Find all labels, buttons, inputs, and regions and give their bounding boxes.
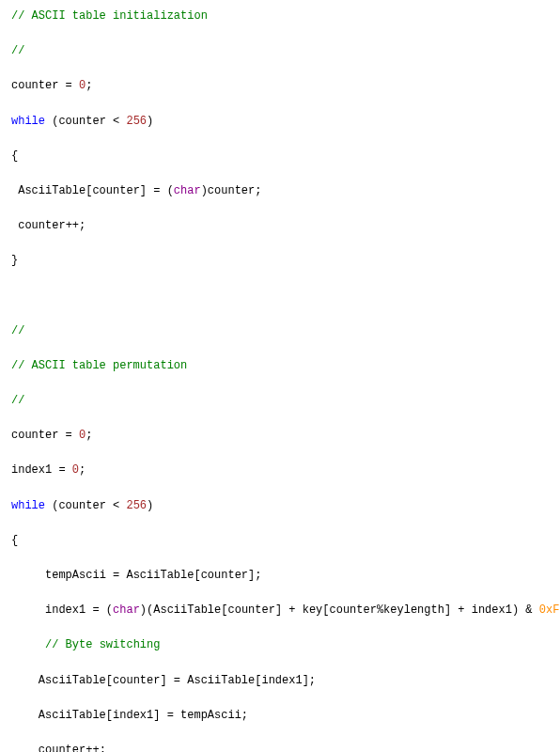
token-ident: counter bbox=[11, 79, 58, 92]
code-line: tempAscii = AsciiTable[counter]; bbox=[8, 567, 552, 585]
token-punct: [counter] = ( bbox=[86, 184, 174, 197]
token-number: 256 bbox=[126, 115, 147, 128]
token-keyword: while bbox=[11, 115, 45, 128]
token-punct: (counter < bbox=[45, 499, 126, 512]
code-line: // bbox=[8, 42, 552, 60]
token-ident: AsciiTable bbox=[18, 184, 86, 197]
token-number: 256 bbox=[126, 499, 147, 512]
code-line: counter++; bbox=[8, 742, 552, 752]
token-ident: tempAscii bbox=[45, 569, 106, 582]
token-number: 0 bbox=[72, 463, 79, 477]
token-punct: ) bbox=[147, 115, 153, 128]
token-punct: = bbox=[52, 463, 72, 477]
token-comment: // bbox=[11, 44, 24, 57]
code-line: // ASCII table initialization bbox=[8, 8, 552, 25]
token-ident: AsciiTable bbox=[39, 674, 106, 687]
token-type: char bbox=[174, 184, 201, 197]
code-line: AsciiTable[counter] = (char)counter; bbox=[8, 182, 552, 200]
token-punct: ) bbox=[147, 499, 153, 512]
token-comment: // ASCII table permutation bbox=[11, 359, 187, 372]
token-punct: } bbox=[11, 254, 18, 267]
code-line: while (counter < 256) bbox=[8, 113, 552, 131]
token-keyword: while bbox=[11, 499, 45, 512]
token-hex: 0xFF bbox=[539, 603, 560, 617]
token-comment: // bbox=[11, 394, 24, 407]
token-ident: index1 bbox=[11, 463, 52, 477]
token-punct: = bbox=[58, 429, 79, 442]
code-line: { bbox=[8, 148, 552, 165]
token-punct: ; bbox=[86, 429, 92, 442]
token-comment: // bbox=[11, 324, 24, 337]
token-ident: counter bbox=[39, 744, 86, 752]
token-ident: counter bbox=[11, 429, 58, 442]
token-punct: ++; bbox=[66, 219, 86, 232]
token-punct: )(AsciiTable[counter] + key[counter%keyl… bbox=[140, 603, 539, 617]
code-line: { bbox=[8, 532, 552, 550]
token-punct: = AsciiTable[counter]; bbox=[106, 569, 262, 582]
code-line: AsciiTable[counter] = AsciiTable[index1]… bbox=[8, 672, 552, 690]
token-ident: AsciiTable bbox=[39, 709, 106, 722]
code-line bbox=[8, 288, 552, 306]
code-line: // Byte switching bbox=[8, 636, 552, 654]
token-ident: index1 bbox=[45, 603, 86, 617]
code-block: // ASCII table initialization // counter… bbox=[8, 8, 552, 752]
token-ident: counter bbox=[18, 219, 65, 232]
token-punct: (counter < bbox=[45, 115, 126, 128]
token-punct: ; bbox=[79, 463, 86, 477]
token-punct: ; bbox=[86, 79, 92, 92]
code-line: index1 = (char)(AsciiTable[counter] + ke… bbox=[8, 602, 552, 619]
token-punct: { bbox=[11, 534, 18, 547]
token-comment: // ASCII table initialization bbox=[11, 9, 208, 23]
token-punct: = bbox=[58, 79, 79, 92]
token-comment: // Byte switching bbox=[45, 638, 160, 651]
token-punct: )counter; bbox=[201, 184, 262, 197]
code-line: counter = 0; bbox=[8, 427, 552, 445]
code-line: // bbox=[8, 392, 552, 410]
token-punct: [counter] = AsciiTable[index1]; bbox=[106, 674, 316, 687]
code-line: } bbox=[8, 252, 552, 270]
token-type: char bbox=[113, 603, 140, 617]
code-line: counter++; bbox=[8, 217, 552, 235]
code-line: counter = 0; bbox=[8, 77, 552, 95]
code-line: while (counter < 256) bbox=[8, 497, 552, 515]
token-punct: ++; bbox=[86, 744, 106, 752]
code-line: AsciiTable[index1] = tempAscii; bbox=[8, 707, 552, 725]
token-punct: = ( bbox=[86, 603, 113, 617]
token-punct: [index1] = tempAscii; bbox=[106, 709, 248, 722]
code-line: // bbox=[8, 322, 552, 340]
code-line: // ASCII table permutation bbox=[8, 357, 552, 375]
token-punct: { bbox=[11, 149, 18, 163]
code-line: index1 = 0; bbox=[8, 462, 552, 479]
